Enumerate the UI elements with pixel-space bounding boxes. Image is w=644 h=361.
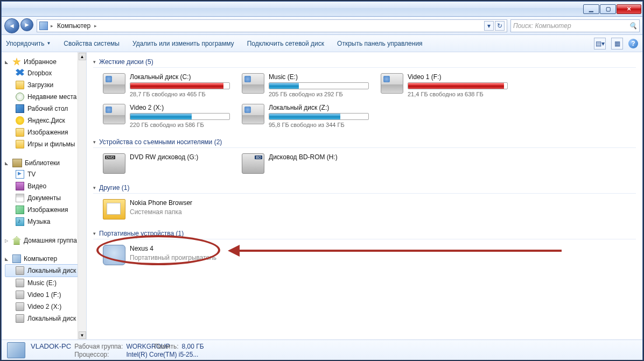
back-button[interactable]: ◄ xyxy=(4,18,19,33)
star-icon xyxy=(12,58,21,66)
navigation-sidebar: ◣Избранное Dropbox Загрузки Недавние мес… xyxy=(2,52,87,339)
preview-pane-button[interactable]: ▦ xyxy=(611,38,623,49)
computer-icon xyxy=(39,22,48,30)
drive-item-nexus4[interactable]: Nexus 4Портативный проигрыватель xyxy=(101,243,232,267)
drive-usage-bar xyxy=(130,113,230,120)
drive-item[interactable]: Локальный диск (Z:)95,8 ГБ свободно из 3… xyxy=(240,102,371,130)
drive-usage-bar xyxy=(130,82,230,89)
chevron-down-icon: ▾ xyxy=(487,22,491,30)
libraries-icon xyxy=(12,159,22,167)
forward-button[interactable]: ► xyxy=(20,18,33,31)
sidebar-item-drive-f[interactable]: Video 1 (F:) xyxy=(5,289,78,301)
control-panel-button[interactable]: Открыть панель управления xyxy=(337,40,423,47)
minimize-icon: ▁ xyxy=(589,6,593,12)
drive-icon xyxy=(16,279,24,287)
document-icon xyxy=(16,194,24,202)
drive-usage-bar xyxy=(408,82,508,89)
hdd-icon xyxy=(381,73,403,94)
bd-drive-icon xyxy=(242,153,264,174)
drive-item-nokia[interactable]: Nokia Phone BrowserСистемная папка xyxy=(101,197,232,222)
sidebar-item-music[interactable]: Музыка xyxy=(5,216,78,228)
section-header[interactable]: ▾Портативные устройства (1) xyxy=(93,228,636,239)
drive-item[interactable]: Video 2 (X:)220 ГБ свободно из 586 ГБ xyxy=(101,102,232,130)
drive-item[interactable]: Локальный диск (C:)28,7 ГБ свободно из 4… xyxy=(101,71,232,100)
computer-icon xyxy=(12,254,21,263)
drive-free-text: 220 ГБ свободно из 586 ГБ xyxy=(130,122,230,128)
section-header[interactable]: ▾Другие (1) xyxy=(93,182,636,194)
drive-item[interactable]: Video 1 (F:)21,4 ГБ свободно из 638 ГБ xyxy=(379,71,510,100)
sidebar-item-drive-x[interactable]: Video 2 (X:) xyxy=(5,301,78,313)
section-header[interactable]: ▾Устройства со съемными носителями (2) xyxy=(93,137,636,148)
minimize-button[interactable]: ▁ xyxy=(583,4,599,14)
search-icon[interactable]: 🔍 xyxy=(629,22,637,30)
scroll-up-icon[interactable]: ▲ xyxy=(79,53,86,60)
sidebar-favorites-header[interactable]: ◣Избранное xyxy=(5,56,78,67)
view-icon: ▤ xyxy=(596,40,601,47)
memory-label: Память: xyxy=(154,343,178,350)
hdd-icon xyxy=(242,73,264,94)
drive-name: Локальный диск (Z:) xyxy=(269,104,369,111)
help-button[interactable]: ? xyxy=(628,39,638,48)
sidebar-item-pictures-fav[interactable]: Изображения xyxy=(5,126,78,138)
sidebar-item-documents[interactable]: Документы xyxy=(5,192,78,204)
section-removable: ▾Устройства со съемными носителями (2) D… xyxy=(93,137,636,177)
nav-row: ◄ ► ▸ Компьютер ▸ ▾ ↻ Поиск: Компьютер 🔍 xyxy=(2,17,642,35)
tv-icon xyxy=(16,170,24,179)
search-input[interactable]: Поиск: Компьютер 🔍 xyxy=(510,19,640,32)
drive-free-text: 205 ГБ свободно из 292 ГБ xyxy=(269,91,369,97)
sidebar-item-drive-c[interactable]: Локальный диск xyxy=(5,264,78,277)
close-button[interactable]: ✕ xyxy=(617,4,641,14)
recent-icon xyxy=(16,93,24,101)
sidebar-item-drive-e[interactable]: Music (E:) xyxy=(5,277,78,289)
breadcrumb-sep: ▸ xyxy=(93,23,98,29)
scroll-down-icon[interactable]: ▼ xyxy=(79,331,86,339)
sidebar-libraries-header[interactable]: ◣Библиотеки xyxy=(5,158,78,168)
workgroup-label: Рабочая группа: xyxy=(74,343,123,350)
breadcrumb-computer[interactable]: Компьютер xyxy=(54,22,93,30)
collapse-icon: ▾ xyxy=(93,139,96,145)
sidebar-item-desktop[interactable]: Рабочий стол xyxy=(5,103,78,115)
sidebar-item-recent[interactable]: Недавние места xyxy=(5,91,78,103)
section-header[interactable]: ▾Жесткие диски (5) xyxy=(93,56,636,68)
sidebar-scrollbar[interactable]: ▲ ▼ xyxy=(78,52,86,339)
system-properties-button[interactable]: Свойства системы xyxy=(64,40,120,47)
sidebar-item-downloads[interactable]: Загрузки xyxy=(5,79,78,91)
chevron-down-icon: ▼ xyxy=(46,41,51,46)
sidebar-item-drive-z[interactable]: Локальный диск xyxy=(5,313,78,324)
drive-name: Video 1 (F:) xyxy=(408,73,508,81)
uninstall-program-button[interactable]: Удалить или изменить программу xyxy=(132,40,234,47)
sidebar-item-games[interactable]: Игры и фильмы xyxy=(5,138,78,150)
workgroup-value: WORKGROUP xyxy=(126,343,148,350)
sidebar-item-dropbox[interactable]: Dropbox xyxy=(5,67,78,79)
homegroup-icon xyxy=(12,236,21,245)
refresh-button[interactable]: ↻ xyxy=(495,21,505,31)
organize-menu[interactable]: Упорядочить▼ xyxy=(6,40,51,47)
pane-icon: ▦ xyxy=(614,40,620,47)
music-icon xyxy=(16,217,24,226)
drive-icon xyxy=(16,266,24,275)
sidebar-item-videos[interactable]: Видео xyxy=(5,180,78,192)
address-dropdown[interactable]: ▾ xyxy=(484,21,494,31)
map-network-drive-button[interactable]: Подключить сетевой диск xyxy=(247,40,324,47)
drive-item-bd[interactable]: Дисковод BD-ROM (H:) xyxy=(240,151,371,176)
drive-item-dvd[interactable]: DVD RW дисковод (G:) xyxy=(101,151,232,176)
status-bar: VLADOK-PC Рабочая группа: WORKGROUP Памя… xyxy=(2,339,642,360)
drive-name: Music (E:) xyxy=(269,73,369,81)
drive-icon xyxy=(16,314,24,323)
drive-free-text: 21,4 ГБ свободно из 638 ГБ xyxy=(408,91,508,97)
sidebar-homegroup-header[interactable]: ▷Домашняя группа xyxy=(5,235,78,246)
dvd-drive-icon xyxy=(103,153,125,174)
chevron-down-icon: ▾ xyxy=(601,40,605,47)
sidebar-item-yandex[interactable]: Яндекс.Диск xyxy=(5,115,78,126)
system-folder-icon xyxy=(103,199,125,220)
address-bar[interactable]: ▸ Компьютер ▸ ▾ ↻ xyxy=(37,19,507,32)
maximize-button[interactable]: ▢ xyxy=(600,4,616,14)
view-options-button[interactable]: ▤▾ xyxy=(594,38,606,49)
drive-name: Локальный диск (C:) xyxy=(130,73,230,81)
dropbox-icon xyxy=(16,69,24,77)
sidebar-computer-header[interactable]: ◣Компьютер xyxy=(5,253,78,264)
desktop-icon xyxy=(16,104,24,113)
sidebar-item-pictures[interactable]: Изображения xyxy=(5,204,78,216)
sidebar-item-tv[interactable]: TV xyxy=(5,168,78,180)
drive-item[interactable]: Music (E:)205 ГБ свободно из 292 ГБ xyxy=(240,71,371,100)
